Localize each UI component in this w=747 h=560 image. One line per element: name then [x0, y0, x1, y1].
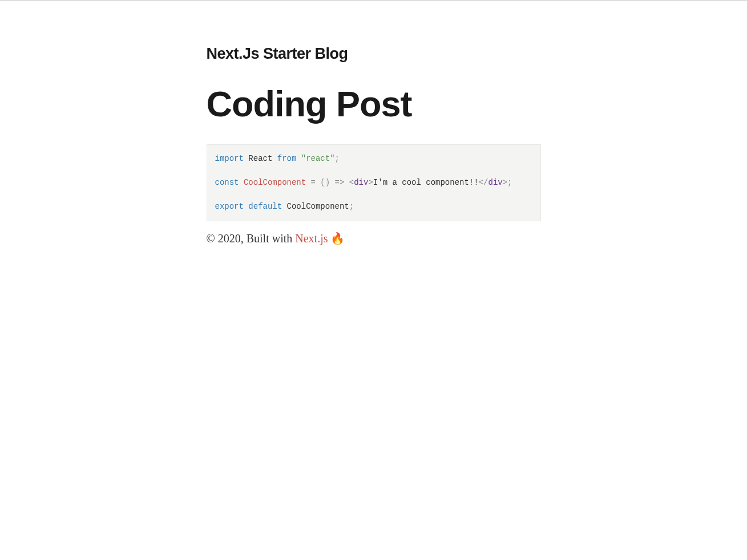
token-space [330, 178, 334, 187]
token-lt: < [349, 178, 354, 187]
token-space [296, 154, 301, 163]
token-export: export [215, 202, 244, 211]
token-div-tag: div [354, 178, 368, 187]
nextjs-link[interactable]: Next.js [295, 232, 328, 245]
token-space [306, 178, 310, 187]
token-lt-close: </ [479, 178, 488, 187]
code-line-3: export default CoolComponent; [215, 201, 532, 213]
token-import: import [215, 154, 244, 163]
token-from: from [277, 154, 297, 163]
code-blank-line [215, 165, 532, 177]
token-arrow: => [335, 178, 345, 187]
footer-suffix: 🔥 [328, 232, 345, 245]
token-semicolon: ; [349, 202, 354, 211]
code-blank-line [215, 189, 532, 201]
token-component-name: CoolComponent [244, 178, 306, 187]
token-semicolon: ; [507, 178, 512, 187]
token-react: React [244, 154, 277, 163]
token-space [239, 178, 244, 187]
token-default: default [248, 202, 282, 211]
post-title: Coding Post [207, 84, 541, 124]
footer-prefix: © 2020, Built with [207, 232, 296, 245]
site-title[interactable]: Next.Js Starter Blog [207, 45, 541, 63]
token-equals: = [311, 178, 316, 187]
token-gt-close: > [503, 178, 507, 187]
token-jsx-text: I'm a cool component!! [373, 178, 479, 187]
code-line-1: import React from "react"; [215, 153, 532, 165]
token-string-react: "react" [301, 154, 335, 163]
code-line-2: const CoolComponent = () => <div>I'm a c… [215, 177, 532, 189]
token-space [282, 202, 286, 211]
token-gt: > [368, 178, 373, 187]
token-component-ref: CoolComponent [287, 202, 349, 211]
token-div-tag-close: div [488, 178, 502, 187]
token-const: const [215, 178, 239, 187]
code-block: import React from "react"; const CoolCom… [207, 144, 541, 221]
token-semicolon: ; [335, 154, 340, 163]
token-space [344, 178, 349, 187]
token-parens: () [320, 178, 330, 187]
footer: © 2020, Built with Next.js 🔥 [207, 232, 541, 245]
